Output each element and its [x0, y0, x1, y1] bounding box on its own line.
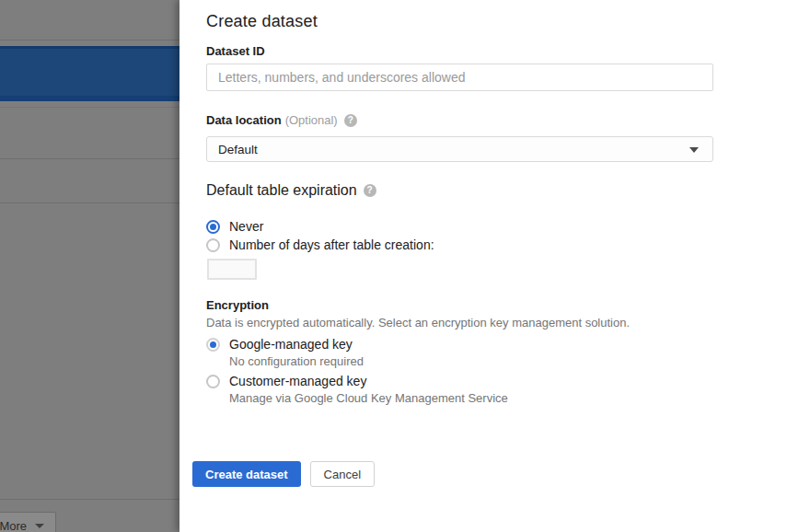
- data-location-label: Data location: [206, 113, 282, 127]
- create-dataset-dialog: Create dataset Dataset ID Data location …: [179, 0, 810, 532]
- expiration-never-label: Never: [229, 219, 263, 234]
- table-expiration-heading-row: Default table expiration ?: [206, 182, 376, 199]
- expiration-days-input[interactable]: [207, 259, 257, 280]
- table-expiration-heading: Default table expiration: [206, 182, 357, 199]
- customer-managed-key-label: Customer-managed key: [229, 374, 366, 388]
- encryption-google-managed-option[interactable]: Google-managed key: [206, 336, 353, 353]
- data-location-label-row: Data location (Optional) ?: [206, 113, 357, 127]
- dialog-actions: Create dataset Cancel: [192, 461, 375, 487]
- expiration-days-option[interactable]: Number of days after table creation:: [206, 237, 434, 253]
- encryption-description: Data is encrypted automatically. Select …: [206, 316, 630, 330]
- background-divider: [0, 499, 180, 500]
- create-dataset-button[interactable]: Create dataset: [192, 461, 301, 487]
- encryption-label: Encryption: [206, 298, 269, 312]
- dataset-id-label: Dataset ID: [206, 44, 265, 58]
- help-icon[interactable]: ?: [364, 184, 376, 197]
- radio-unselected-icon: [206, 238, 220, 252]
- chevron-down-icon: [35, 524, 44, 528]
- background-divider: [0, 107, 180, 108]
- help-icon[interactable]: ?: [344, 114, 357, 127]
- expiration-days-label: Number of days after table creation:: [229, 237, 434, 252]
- data-location-select[interactable]: Default: [206, 136, 713, 162]
- background-divider: [0, 40, 180, 40]
- background-divider: [0, 158, 180, 159]
- encryption-customer-managed-option[interactable]: Customer-managed key: [206, 373, 366, 389]
- dataset-id-input[interactable]: [206, 64, 713, 91]
- cancel-button[interactable]: Cancel: [310, 461, 375, 487]
- google-managed-key-subtext: No configuration required: [229, 354, 364, 368]
- dropdown-arrow-icon: [689, 147, 699, 153]
- data-location-optional-tag: (Optional): [285, 113, 338, 127]
- more-button-label: More: [0, 519, 27, 532]
- customer-managed-key-subtext: Manage via Google Cloud Key Management S…: [229, 391, 508, 405]
- google-managed-key-label: Google-managed key: [229, 337, 353, 352]
- data-location-selected-value: Default: [218, 143, 258, 156]
- dimmed-background: More: [0, 0, 180, 532]
- background-divider: [0, 202, 180, 203]
- dialog-title: Create dataset: [206, 12, 318, 31]
- radio-unselected-icon: [206, 375, 220, 388]
- dimmed-selected-row: [0, 46, 180, 101]
- radio-selected-icon: [206, 220, 220, 234]
- expiration-never-option[interactable]: Never: [206, 218, 263, 235]
- more-button[interactable]: More: [0, 512, 56, 532]
- radio-selected-icon: [206, 338, 220, 352]
